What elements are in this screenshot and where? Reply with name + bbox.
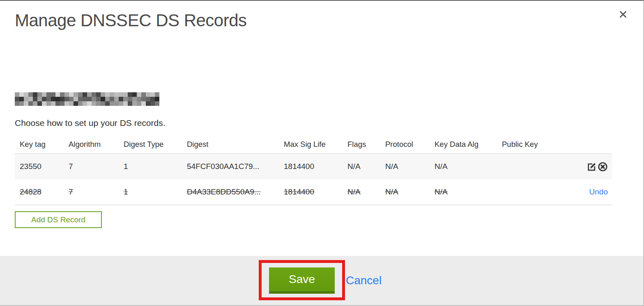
column-header: Key Data Alg xyxy=(430,135,497,154)
table-cell: N/A xyxy=(343,154,380,180)
table-cell: 54FCF030AA1C79... xyxy=(182,154,279,180)
table-cell: N/A xyxy=(380,179,430,205)
page-title: Manage DNSSEC DS Records xyxy=(15,11,247,30)
table-cell: N/A xyxy=(380,154,430,180)
column-header: Public Key xyxy=(497,135,579,154)
table-cell: 24828 xyxy=(15,179,64,205)
delete-icon[interactable] xyxy=(598,162,608,172)
column-header: Key tag xyxy=(15,135,64,154)
close-button[interactable] xyxy=(617,9,629,21)
table-cell: D4A33E8DD550A9... xyxy=(182,179,279,205)
row-actions: Undo xyxy=(579,179,612,205)
table-row: 235507154FCF030AA1C79...1814400N/AN/AN/A xyxy=(15,154,612,180)
table-cell: N/A xyxy=(430,154,497,180)
save-button[interactable]: Save xyxy=(269,267,335,294)
cancel-link[interactable]: Cancel xyxy=(346,274,382,287)
table-cell: 7 xyxy=(64,179,119,205)
add-ds-record-button[interactable]: Add DS Record xyxy=(15,211,102,228)
table-cell: 1814400 xyxy=(279,179,343,205)
table-cell: 23550 xyxy=(15,154,64,180)
edit-icon[interactable] xyxy=(586,162,597,172)
column-header-actions xyxy=(579,135,612,154)
table-header-row: Key tagAlgorithmDigest TypeDigestMax Sig… xyxy=(15,135,612,154)
redacted-domain-name xyxy=(15,92,159,106)
column-header: Flags xyxy=(343,135,380,154)
undo-link[interactable]: Undo xyxy=(589,187,608,196)
column-header: Protocol xyxy=(380,135,430,154)
table-cell: 1814400 xyxy=(279,154,343,180)
ds-records-table: Key tagAlgorithmDigest TypeDigestMax Sig… xyxy=(15,135,612,205)
table-cell: 7 xyxy=(64,154,119,180)
column-header: Algorithm xyxy=(64,135,119,154)
instruction-text: Choose how to set up your DS records. xyxy=(15,118,166,128)
ds-table-body: 235507154FCF030AA1C79...1814400N/AN/AN/A… xyxy=(15,154,612,205)
table-cell: 1 xyxy=(119,154,182,180)
table-cell: N/A xyxy=(343,179,380,205)
table-cell xyxy=(497,179,579,205)
ds-records-table-container: Key tagAlgorithmDigest TypeDigestMax Sig… xyxy=(15,135,612,205)
dnssec-modal: Manage DNSSEC DS Records Choose how to s… xyxy=(0,0,644,306)
table-row: 2482871D4A33E8DD550A9...1814400N/AN/AN/A… xyxy=(15,179,612,205)
column-header: Max Sig Life xyxy=(279,135,343,154)
column-header: Digest xyxy=(182,135,279,154)
table-cell: 1 xyxy=(119,179,182,205)
column-header: Digest Type xyxy=(119,135,182,154)
row-actions xyxy=(579,154,612,180)
close-icon xyxy=(619,10,628,21)
table-cell: N/A xyxy=(430,179,497,205)
table-cell xyxy=(497,154,579,180)
